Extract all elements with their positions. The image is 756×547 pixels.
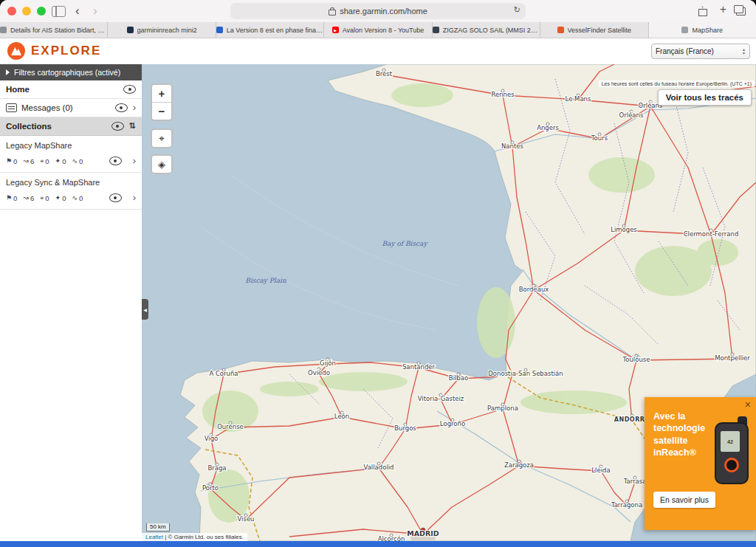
sea-label: Biscay Plain: [245, 277, 286, 284]
map-canvas[interactable]: Bay of BiscayBiscay Plain BrestRennesLe …: [142, 64, 756, 541]
waypoint-icon: ⌖: [40, 157, 44, 165]
inreach-mini2-favicon-icon: [127, 27, 134, 33]
track-icon: ∿: [72, 157, 78, 165]
garmin-explore-logo-icon[interactable]: [7, 42, 25, 60]
language-select[interactable]: Français (France) ▲▼: [651, 44, 750, 59]
sea-label: Bay of Biscay: [382, 240, 428, 247]
collection-expand-chevron[interactable]: ›: [133, 194, 136, 202]
sidebar-collapse-handle[interactable]: ◀: [142, 299, 148, 320]
city-label: Tarrasa: [623, 478, 647, 485]
map-filters-toggle[interactable]: Filtres cartographiques (activé): [0, 64, 142, 80]
waypoint-count: ⌖0: [40, 194, 49, 202]
tab-strip: Details for AIS Station Bidart, Fran...g…: [0, 22, 756, 38]
sidebar-toggle-icon[interactable]: [52, 6, 66, 17]
collections-sort-icon[interactable]: ⇅: [129, 123, 136, 130]
tab-inreach-mini2[interactable]: garmininreach mini2: [108, 22, 216, 38]
map-controls: + − ⌖ ◈: [151, 83, 173, 180]
inreach-ad-panel: × Avec la technologie satellite inReach®…: [645, 397, 756, 530]
city-label: Lleida: [591, 467, 610, 474]
sidebar-item-collections[interactable]: Collections ⇅: [0, 117, 142, 136]
route-icon: ↝: [23, 194, 29, 202]
address-bar[interactable]: share.garmin.com/home ↻: [230, 3, 526, 19]
city-label: Valladolid: [363, 464, 394, 471]
collection-item-2[interactable]: Legacy Sync & MapShare⚑0↝6⌖0✦0∿0›: [0, 173, 142, 210]
home-visibility-eye-icon[interactable]: [123, 85, 136, 94]
close-window-button[interactable]: [7, 7, 16, 16]
city-label: Alcorcón: [378, 535, 405, 541]
track-value: 0: [79, 194, 83, 202]
city-label: Tarragona: [611, 501, 642, 509]
ad-cta-button[interactable]: En savoir plus: [653, 492, 715, 508]
attribution-text: | © Garmin Ltd. ou ses filiales.: [163, 534, 244, 540]
layers-button[interactable]: ◈: [151, 154, 173, 174]
bottom-strip: [0, 541, 756, 547]
activity-value: 0: [62, 194, 66, 202]
collection-item-1[interactable]: Legacy MapShare⚑0↝6⌖0✦0∿0›: [0, 136, 142, 173]
messages-icon: [6, 103, 17, 112]
share-icon[interactable]: ↑: [698, 5, 707, 16]
waypoint-value: 0: [45, 157, 49, 165]
city-label: Zaragoza: [504, 461, 534, 469]
collection-visibility-eye-icon[interactable]: [109, 156, 122, 165]
tab-vesselfinder[interactable]: VesselFinder Satellite: [540, 22, 648, 38]
leaflet-link[interactable]: Leaflet: [145, 534, 163, 540]
collection-visibility-eye-icon[interactable]: [109, 193, 122, 202]
collection-expand-chevron[interactable]: ›: [133, 157, 136, 165]
route-value: 6: [30, 157, 34, 165]
view-all-tracks-button[interactable]: Voir tous les tracés: [658, 89, 752, 106]
track-icon: ∿: [72, 194, 78, 202]
minimize-window-button[interactable]: [22, 7, 31, 16]
tabs-overview-icon[interactable]: [736, 7, 746, 16]
city-label: Montpellier: [715, 354, 750, 362]
ad-close-button[interactable]: ×: [745, 399, 751, 410]
tab-youtube[interactable]: ▶Avalon Version 8 - YouTube: [324, 22, 432, 38]
reload-icon[interactable]: ↻: [514, 5, 520, 15]
browser-chrome: ‹ › share.garmin.com/home ↻ ↑ +: [0, 0, 756, 23]
city-label: Nantes: [501, 142, 524, 150]
ad-headline: Avec la technologie satellite inReach®: [653, 410, 709, 458]
expand-arrow-icon: [6, 69, 10, 75]
city-label: Santander: [402, 363, 436, 371]
forward-button[interactable]: ›: [93, 1, 97, 21]
tab-ais-bidart[interactable]: Details for AIS Station Bidart, Fran...: [0, 22, 108, 38]
locate-button[interactable]: ⌖: [151, 128, 173, 148]
messages-visibility-eye-icon[interactable]: [115, 103, 128, 112]
tab-zigzag[interactable]: ZIGZAG SOLO SAIL (MMSI 228015...: [433, 22, 540, 38]
inreach-device-image: 42: [712, 416, 752, 490]
language-value: Français (France): [656, 47, 714, 55]
zoom-window-button[interactable]: [37, 7, 46, 16]
city-label: MADRID: [407, 529, 439, 537]
zoom-in-button[interactable]: +: [152, 85, 171, 102]
tab-label: Details for AIS Station Bidart, Fran...: [10, 27, 107, 34]
tab-label: Avalon Version 8 - YouTube: [343, 27, 425, 34]
tab-version8[interactable]: La Version 8 est en phase finale d...: [216, 22, 324, 38]
activity-count: ✦0: [55, 157, 66, 165]
flag-icon: ⚑: [6, 194, 12, 202]
messages-label: Messages (0): [21, 103, 73, 112]
back-button[interactable]: ‹: [75, 1, 80, 21]
flag-count: ⚑0: [6, 157, 17, 165]
sidebar-item-home[interactable]: Home: [0, 80, 142, 99]
city-label: Rennes: [491, 91, 515, 98]
city-label: Limoges: [611, 226, 637, 233]
city-label: Vitoria-Gasteiz: [418, 395, 464, 402]
zoom-out-button[interactable]: −: [152, 102, 171, 120]
city-label: A Coruña: [209, 370, 238, 377]
brand-title: EXPLORE: [31, 44, 101, 58]
messages-expand-chevron[interactable]: ›: [133, 104, 136, 111]
route-count: ↝6: [23, 157, 34, 165]
city-label: Logroño: [440, 420, 465, 427]
ais-bidart-favicon-icon: [0, 27, 7, 33]
tab-mapshare[interactable]: MapShare: [649, 22, 756, 38]
collections-visibility-eye-icon[interactable]: [111, 122, 124, 131]
zigzag-favicon-icon: [433, 27, 439, 33]
new-tab-button[interactable]: +: [720, 3, 726, 16]
city-label: Clermont-Ferrand: [684, 230, 739, 238]
map-attribution: Leaflet | © Garmin Ltd. ou ses filiales.: [142, 533, 247, 541]
sidebar-item-messages[interactable]: Messages (0) ›: [0, 99, 142, 117]
city-label: Brest: [376, 70, 393, 78]
city-label: Bilbao: [449, 374, 468, 382]
collection-title: Legacy MapShare: [6, 141, 136, 150]
route-icon: ↝: [23, 157, 29, 165]
city-label: Vigo: [205, 435, 219, 442]
